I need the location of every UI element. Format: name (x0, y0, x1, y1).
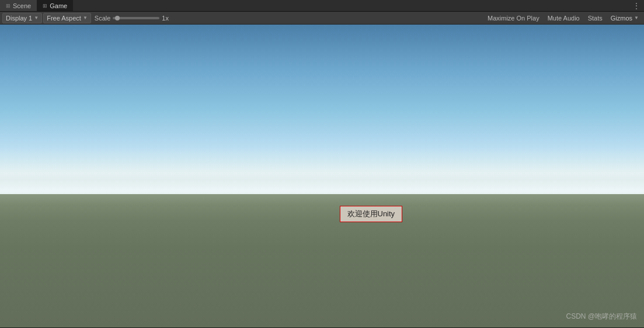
viewport: 欢迎使用Unity CSDN @咆哮的程序猿 (0, 25, 644, 327)
tab-scene[interactable]: ⊞ Scene (0, 0, 37, 11)
game-icon: ⊞ (43, 3, 47, 9)
scale-label: Scale (95, 15, 111, 22)
mute-audio-label: Mute Audio (548, 15, 580, 22)
watermark-text: CSDN @咆哮的程序猿 (566, 312, 637, 320)
mute-audio-button[interactable]: Mute Audio (545, 13, 583, 23)
tab-overflow-button[interactable]: ⋮ (632, 1, 644, 11)
scene-icon: ⊞ (6, 3, 11, 9)
display-dropdown[interactable]: Display 1 ▼ (2, 13, 42, 23)
welcome-text-label: 欢迎使用Unity (340, 206, 403, 222)
welcome-text: 欢迎使用Unity (347, 209, 395, 218)
gizmos-chevron-icon: ▼ (634, 15, 639, 20)
scale-slider-thumb (115, 16, 120, 20)
ground (0, 194, 644, 327)
horizon-mist (0, 147, 644, 194)
scale-section: Scale 1x (95, 15, 169, 22)
tab-scene-label: Scene (13, 2, 31, 9)
stats-button[interactable]: Stats (585, 13, 605, 23)
toolbar: Display 1 ▼ Free Aspect ▼ Scale 1x Maxim… (0, 12, 644, 25)
aspect-label: Free Aspect (47, 15, 81, 22)
tab-game[interactable]: ⊞ Game (37, 0, 73, 11)
aspect-chevron-icon: ▼ (83, 15, 88, 20)
aspect-dropdown[interactable]: Free Aspect ▼ (43, 13, 91, 23)
scale-value: 1x (162, 15, 169, 22)
tab-game-label: Game (50, 2, 67, 9)
gizmos-dropdown[interactable]: Gizmos ▼ (608, 13, 642, 23)
gizmos-label: Gizmos (611, 15, 632, 22)
stats-label: Stats (588, 15, 603, 22)
maximize-on-play-button[interactable]: Maximize On Play (485, 13, 542, 23)
scale-slider[interactable] (113, 17, 159, 19)
tab-bar: ⊞ Scene ⊞ Game ⋮ (0, 0, 644, 12)
display-chevron-icon: ▼ (34, 15, 39, 20)
watermark: CSDN @咆哮的程序猿 (566, 312, 637, 322)
toolbar-right: Maximize On Play Mute Audio Stats Gizmos… (485, 13, 642, 23)
display-label: Display 1 (6, 15, 32, 22)
maximize-on-play-label: Maximize On Play (488, 15, 539, 22)
